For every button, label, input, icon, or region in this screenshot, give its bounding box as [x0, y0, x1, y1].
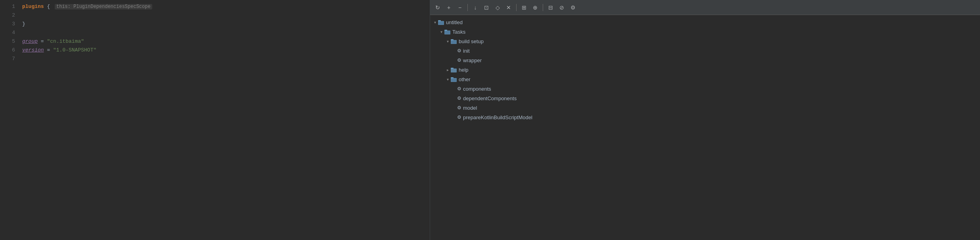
svg-rect-13 — [451, 78, 456, 82]
line-number: 1 — [0, 2, 19, 11]
tree-label-build-setup: build setup — [459, 38, 484, 44]
line-number: 3 — [0, 20, 19, 29]
tree-icon-tasks — [444, 29, 451, 35]
tree-item-other[interactable]: other — [430, 74, 980, 84]
tasks-button[interactable]: ⊕ — [531, 3, 540, 12]
tree-icon-components: ⚙ — [457, 86, 461, 91]
svg-rect-1 — [438, 20, 441, 21]
tree-item-components[interactable]: ⚙components — [430, 84, 980, 93]
svg-rect-12 — [451, 77, 454, 78]
tree-item-init[interactable]: ⚙init — [430, 46, 980, 55]
tree-item-build-setup[interactable]: build setup — [430, 36, 980, 46]
tree-icon-build-setup — [451, 38, 457, 44]
tree-icon-untitled — [438, 19, 444, 25]
inline-hint: this: PluginDependenciesSpecScope — [55, 4, 152, 10]
folder-button[interactable]: ⊡ — [482, 3, 491, 12]
code-line: group = "cn.itbaima" — [22, 37, 430, 46]
line-number: 5 — [0, 37, 19, 46]
token-default: = — [44, 47, 53, 53]
token-property: version — [22, 47, 44, 53]
tree-label-untitled: untitled — [446, 19, 463, 25]
tree-label-other: other — [459, 76, 471, 82]
svg-rect-8 — [451, 40, 456, 44]
code-line: } — [22, 20, 430, 29]
tree-indent — [430, 95, 451, 101]
gradle-toolbar: ↻+−↓⊡◇✕⊞⊕⊟⊘⚙ — [430, 0, 980, 15]
svg-rect-9 — [451, 69, 457, 72]
tree-arrow-build-setup — [444, 39, 451, 44]
tree-arrow-untitled — [432, 20, 438, 25]
tree-indent — [430, 105, 451, 111]
code-area[interactable]: plugins { this: PluginDependenciesSpecSc… — [19, 0, 430, 240]
tree-label-prepareKotlinBuildScriptModel: prepareKotlinBuildScriptModel — [463, 114, 532, 120]
remove-button[interactable]: − — [456, 3, 464, 12]
toolbar-separator — [467, 4, 468, 11]
tree-icon-other — [451, 76, 457, 82]
tree-indent — [430, 114, 451, 120]
tree-item-wrapper[interactable]: ⚙wrapper — [430, 55, 980, 65]
token-default: = — [38, 38, 47, 44]
tree-label-help: help — [459, 67, 469, 73]
tree-item-model[interactable]: ⚙model — [430, 103, 980, 112]
close-x-button[interactable]: ✕ — [504, 3, 513, 12]
refresh-button[interactable]: ↻ — [433, 3, 442, 12]
tree-label-dependentComponents: dependentComponents — [463, 95, 517, 101]
toolbar-separator — [543, 4, 543, 11]
line-number: 2 — [0, 11, 19, 20]
line-number: 7 — [0, 55, 19, 63]
tree-icon-init: ⚙ — [457, 48, 461, 53]
gradle-pane: ↻+−↓⊡◇✕⊞⊕⊟⊘⚙ untitled Tasks build setup … — [430, 0, 980, 240]
code-line: plugins { this: PluginDependenciesSpecSc… — [22, 2, 430, 11]
token-property: group — [22, 38, 38, 44]
line-number: 6 — [0, 46, 19, 55]
svg-rect-7 — [451, 39, 454, 40]
line-number: 4 — [0, 29, 19, 37]
code-line — [22, 55, 430, 63]
tree-arrow-help — [444, 68, 451, 72]
settings-button[interactable]: ⚙ — [568, 3, 577, 12]
editor-pane: 1234567 plugins { this: PluginDependenci… — [0, 0, 430, 240]
tree-indent — [430, 67, 444, 73]
download-button[interactable]: ↓ — [471, 3, 480, 12]
columns-button[interactable]: ⊟ — [546, 3, 555, 12]
pin-button[interactable]: ⊘ — [557, 3, 566, 12]
tree-item-dependentComponents[interactable]: ⚙dependentComponents — [430, 93, 980, 103]
tree-indent — [430, 57, 451, 63]
tree-label-components: components — [463, 86, 491, 92]
tree-arrow-tasks — [438, 30, 444, 34]
token-string: "1.0-SNAPSHOT" — [53, 47, 96, 53]
tree-icon-prepareKotlinBuildScriptModel: ⚙ — [457, 114, 461, 120]
tree-label-tasks: Tasks — [452, 29, 465, 35]
add-button[interactable]: + — [444, 3, 453, 12]
svg-rect-10 — [451, 68, 454, 69]
gradle-tree[interactable]: untitled Tasks build setup ⚙init ⚙wrappe… — [430, 15, 980, 240]
code-line: version = "1.0-SNAPSHOT" — [22, 46, 430, 55]
tree-indent — [430, 48, 451, 54]
tree-item-help[interactable]: help — [430, 65, 980, 74]
code-line — [22, 29, 430, 37]
tree-label-init: init — [463, 48, 470, 54]
line-numbers: 1234567 — [0, 0, 19, 240]
tree-indent — [430, 86, 451, 92]
tree-item-tasks[interactable]: Tasks — [430, 27, 980, 36]
token-default: } — [22, 21, 25, 27]
svg-rect-4 — [444, 30, 447, 31]
code-line — [22, 11, 430, 20]
tree-item-untitled[interactable]: untitled — [430, 17, 980, 27]
toolbar-separator — [516, 4, 517, 11]
tree-icon-wrapper: ⚙ — [457, 57, 461, 63]
token-string: "cn.itbaima" — [47, 38, 84, 44]
tree-icon-help — [451, 67, 457, 73]
tree-icon-model: ⚙ — [457, 105, 461, 110]
tree-indent — [430, 76, 444, 82]
tree-label-model: model — [463, 105, 477, 111]
diamond-button[interactable]: ◇ — [493, 3, 502, 12]
tree-label-wrapper: wrapper — [463, 57, 482, 63]
tree-item-prepareKotlinBuildScriptModel[interactable]: ⚙prepareKotlinBuildScriptModel — [430, 112, 980, 122]
tree-indent — [430, 29, 438, 35]
tree-arrow-other — [444, 77, 451, 82]
svg-rect-5 — [445, 31, 450, 34]
tree-indent — [430, 38, 444, 44]
svg-rect-2 — [438, 21, 444, 25]
run-config-button[interactable]: ⊞ — [520, 3, 528, 12]
